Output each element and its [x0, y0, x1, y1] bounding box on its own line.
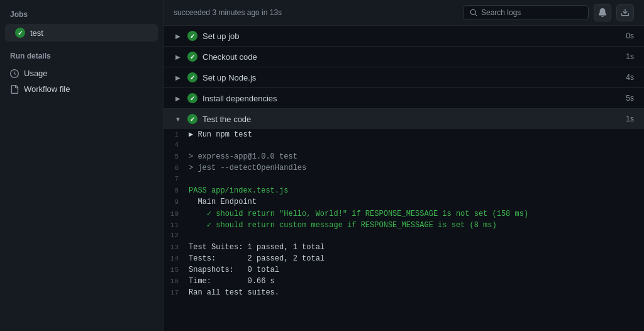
- step-status-icon: [187, 72, 197, 82]
- log-line: 10 ✓ should return "Hello, World!" if RE…: [164, 208, 644, 220]
- log-line: 1▶ Run npm test: [164, 129, 644, 140]
- file-icon: [10, 85, 19, 94]
- log-line: 8PASS app/index.test.js: [164, 186, 644, 197]
- header-right: Search logs: [463, 4, 634, 21]
- chevron-right-icon: ▶: [174, 73, 182, 82]
- main-panel: succeeded 3 minutes ago in 13s Search lo…: [164, 0, 644, 331]
- log-output: 1▶ Run npm test 4 5> express-app@1.0.0 t…: [164, 129, 644, 299]
- chevron-right-icon: ▶: [174, 52, 182, 61]
- log-line: 16Time: 0.66 s: [164, 276, 644, 288]
- workflow-file-item[interactable]: Workflow file: [0, 81, 163, 97]
- search-logs-input[interactable]: Search logs: [463, 5, 589, 20]
- log-line: 12: [164, 231, 644, 242]
- log-line: 7: [164, 174, 644, 186]
- workflow-file-label: Workflow file: [24, 84, 70, 94]
- step-time-label: 1s: [626, 115, 634, 123]
- search-placeholder: Search logs: [481, 8, 521, 17]
- log-line: 5> express-app@1.0.0 test: [164, 152, 644, 163]
- log-line: 17Ran all test suites.: [164, 288, 644, 299]
- log-line: 13Test Suites: 1 passed, 1 total: [164, 242, 644, 254]
- step-time-label: 1s: [626, 52, 634, 61]
- step-row-setup-job[interactable]: ▶ Set up job 0s: [164, 26, 644, 47]
- download-button[interactable]: [616, 4, 634, 21]
- job-status-icon: [15, 28, 25, 38]
- notification-button[interactable]: [594, 4, 611, 21]
- steps-container: ▶ Set up job 0s ▶ Checkout code 1s ▶ Set…: [164, 26, 644, 331]
- step-name-label: Test the code: [203, 115, 621, 124]
- step-name-label: Checkout code: [203, 52, 621, 62]
- chevron-right-icon: ▶: [174, 94, 182, 103]
- step-row-checkout[interactable]: ▶ Checkout code 1s: [164, 47, 644, 67]
- log-line: 14Tests: 2 passed, 2 total: [164, 254, 644, 265]
- sidebar: Jobs test Run details Usage Workflow fil…: [0, 0, 164, 331]
- run-details-title: Run details: [0, 42, 163, 65]
- log-line: 11 ✓ should return custom message if RES…: [164, 220, 644, 231]
- step-time-label: 4s: [626, 73, 634, 82]
- step-row-install[interactable]: ▶ Install dependencies 5s: [164, 88, 644, 109]
- step-status-icon: [187, 114, 197, 124]
- step-status-icon: [187, 31, 197, 41]
- usage-label: Usage: [24, 69, 48, 78]
- jobs-section-title: Jobs: [0, 8, 163, 24]
- log-line: 6> jest --detectOpenHandles: [164, 163, 644, 174]
- job-name-label: test: [30, 28, 43, 38]
- main-header: succeeded 3 minutes ago in 13s Search lo…: [164, 0, 644, 26]
- usage-item[interactable]: Usage: [0, 65, 163, 81]
- step-time-label: 5s: [626, 94, 634, 103]
- log-line: 9 Main Endpoint: [164, 197, 644, 208]
- step-name-label: Install dependencies: [203, 94, 621, 103]
- step-name-label: Set up Node.js: [203, 73, 621, 82]
- log-line: 4: [164, 140, 644, 152]
- log-line: 15Snapshots: 0 total: [164, 265, 644, 276]
- step-row-nodejs[interactable]: ▶ Set up Node.js 4s: [164, 67, 644, 88]
- chevron-down-icon: ▼: [174, 115, 182, 123]
- step-name-label: Set up job: [203, 31, 621, 41]
- step-row-test[interactable]: ▼ Test the code 1s: [164, 109, 644, 129]
- step-time-label: 0s: [626, 31, 634, 40]
- status-text: succeeded 3 minutes ago in 13s: [174, 8, 282, 17]
- chevron-right-icon: ▶: [174, 31, 182, 40]
- clock-icon: [10, 69, 19, 78]
- job-item-test[interactable]: test: [5, 24, 158, 42]
- step-status-icon: [187, 52, 197, 62]
- step-status-icon: [187, 93, 197, 103]
